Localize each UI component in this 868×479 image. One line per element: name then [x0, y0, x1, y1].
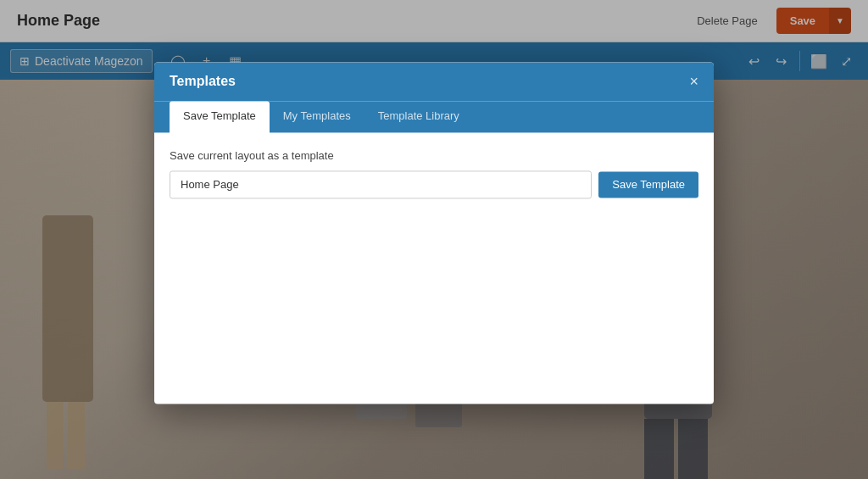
- templates-modal: Templates × Save Template My Templates T…: [154, 62, 714, 404]
- save-template-label: Save current layout as a template: [170, 149, 698, 162]
- modal-header: Templates ×: [154, 62, 714, 101]
- tab-template-library[interactable]: Template Library: [364, 101, 473, 133]
- tab-save-template[interactable]: Save Template: [170, 101, 270, 133]
- save-template-form: Save Template: [170, 170, 698, 198]
- tab-my-templates[interactable]: My Templates: [270, 101, 364, 133]
- modal-backdrop[interactable]: Templates × Save Template My Templates T…: [0, 0, 868, 479]
- modal-body: Save current layout as a template Save T…: [154, 132, 714, 404]
- save-template-button[interactable]: Save Template: [598, 171, 698, 198]
- modal-close-button[interactable]: ×: [689, 74, 698, 89]
- template-name-input[interactable]: [170, 170, 592, 198]
- modal-title: Templates: [170, 74, 236, 89]
- modal-tabs: Save Template My Templates Template Libr…: [154, 101, 714, 132]
